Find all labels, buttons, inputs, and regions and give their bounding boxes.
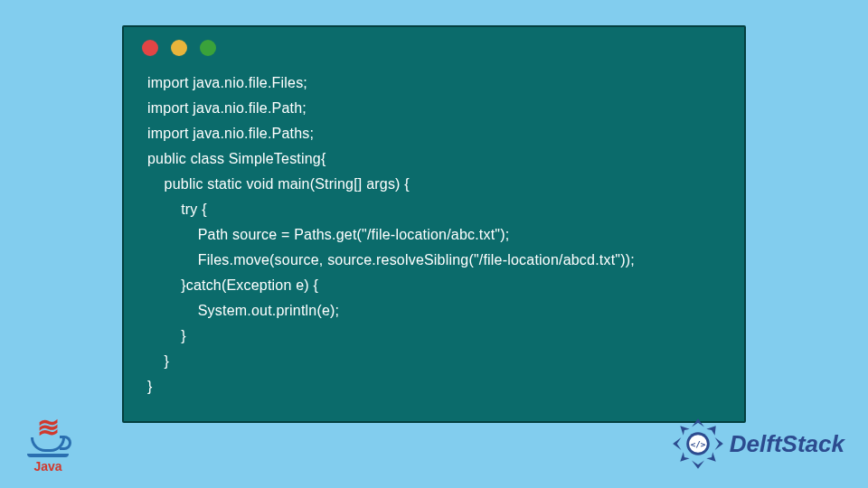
svg-marker-1 (714, 437, 722, 450)
code-content: import java.nio.file.Files; import java.… (147, 70, 721, 399)
code-window: import java.nio.file.Files; import java.… (122, 25, 746, 423)
svg-marker-5 (706, 452, 715, 461)
minimize-icon[interactable] (171, 40, 187, 56)
cup-icon (31, 437, 65, 452)
code-body: import java.nio.file.Files; import java.… (124, 61, 744, 421)
java-label: Java (24, 459, 72, 474)
svg-marker-7 (680, 426, 689, 435)
svg-marker-4 (706, 426, 715, 435)
java-logo: ≋ Java (24, 415, 72, 474)
svg-text:</>: </> (690, 439, 705, 449)
close-icon[interactable] (142, 40, 158, 56)
maximize-icon[interactable] (200, 40, 216, 56)
window-titlebar (124, 27, 744, 61)
svg-marker-0 (692, 418, 704, 427)
svg-marker-3 (673, 437, 681, 450)
delftstack-icon: </> (672, 418, 724, 470)
svg-marker-2 (692, 461, 704, 469)
delftstack-label: DelftStack (730, 430, 844, 458)
saucer-icon (27, 454, 69, 457)
delftstack-logo: </> DelftStack (672, 418, 844, 470)
svg-marker-6 (680, 452, 689, 461)
